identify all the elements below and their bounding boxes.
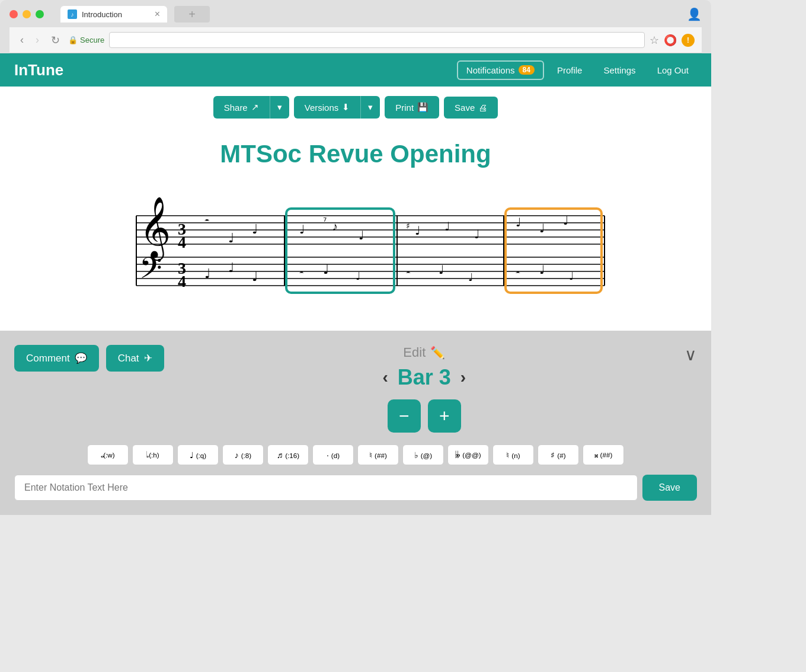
tab-favicon: ♪ xyxy=(68,9,77,19)
notifications-button[interactable]: Notifications 84 xyxy=(457,60,544,80)
close-traffic-light[interactable] xyxy=(9,10,18,18)
browser-profile-icon[interactable]: 👤 xyxy=(687,7,702,21)
forward-button[interactable]: › xyxy=(32,33,43,47)
svg-text:♩: ♩ xyxy=(474,228,479,241)
svg-text:♩: ♩ xyxy=(228,231,234,245)
versions-icon: ⬇ xyxy=(342,102,350,113)
svg-text:𝄼: 𝄼 xyxy=(204,219,210,221)
svg-text:♩: ♩ xyxy=(323,262,329,277)
opera-icon[interactable]: ⭕ xyxy=(664,34,677,47)
chat-label: Chat xyxy=(118,353,139,364)
notation-natural-double[interactable]: ♮ (##) xyxy=(357,444,399,465)
navbar-links: Notifications 84 Profile Settings Log Ou… xyxy=(457,60,697,80)
maximize-traffic-light[interactable] xyxy=(36,10,44,18)
svg-text:♩: ♩ xyxy=(252,222,258,236)
versions-group: Versions ⬇ ▾ xyxy=(294,96,380,119)
profile-button[interactable]: Profile xyxy=(549,60,591,80)
bar-controls: − + xyxy=(388,399,461,433)
svg-text:4: 4 xyxy=(178,272,186,290)
notation-natural[interactable]: ♮ (n) xyxy=(492,444,534,465)
notation-dot[interactable]: · (d) xyxy=(312,444,354,465)
chat-button[interactable]: Chat ✈ xyxy=(106,345,164,372)
save-icon: 🖨 xyxy=(478,103,487,113)
refresh-button[interactable]: ↻ xyxy=(47,33,63,48)
notification-badge-icon[interactable]: ! xyxy=(682,34,695,47)
notation-flat[interactable]: ♭ (@) xyxy=(402,444,444,465)
text-input-row: Save xyxy=(14,475,697,501)
print-icon: 💾 xyxy=(417,102,428,113)
edit-icon: ✏️ xyxy=(430,345,445,360)
svg-text:♩: ♩ xyxy=(563,214,568,227)
notation-whole[interactable]: 𝅝 (:w) xyxy=(87,444,129,465)
collapse-button[interactable]: ∨ xyxy=(685,345,697,364)
browser-tab[interactable]: ♪ Introduction × xyxy=(60,6,167,23)
navbar: InTune Notifications 84 Profile Settings… xyxy=(0,53,711,87)
comment-button[interactable]: Comment 💬 xyxy=(14,345,99,372)
notation-text-input[interactable] xyxy=(14,475,638,501)
svg-text:𝄢: 𝄢 xyxy=(139,252,162,292)
notation-double-sharp[interactable]: 𝄪 (##) xyxy=(583,444,624,465)
bookmark-icon[interactable]: ☆ xyxy=(650,34,659,47)
bar-label: Bar 3 xyxy=(398,365,451,390)
score-title: MTSoc Revue Opening xyxy=(220,140,491,168)
svg-text:♩: ♩ xyxy=(569,270,574,282)
notation-eighth[interactable]: ♪ (:8) xyxy=(222,444,264,465)
score-container[interactable]: 𝄞 𝄢 3 4 3 4 𝄼 ♩ ♩ ♩ ♩ ♩ ♩ xyxy=(89,186,622,307)
notation-row: 𝅝 (:w) 𝅗𝅥 (:h) ♩ (:q) ♪ (:8) ♬ (:16) · (… xyxy=(14,444,697,465)
logout-button[interactable]: Log Out xyxy=(649,60,697,80)
panel-center: Edit ✏️ ‹ Bar 3 › − + xyxy=(164,345,685,433)
svg-text:♩: ♩ xyxy=(516,216,521,229)
svg-text:♯: ♯ xyxy=(406,222,410,231)
svg-text:♩: ♩ xyxy=(439,263,444,276)
svg-text:♩: ♩ xyxy=(539,263,545,276)
notation-save-button[interactable]: Save xyxy=(642,475,697,501)
print-button[interactable]: Print 💾 xyxy=(385,96,439,119)
browser-chrome: ♪ Introduction × + 👤 ‹ › ↻ 🔒 Secure ☆ ⭕ … xyxy=(0,0,711,53)
tab-close-button[interactable]: × xyxy=(155,9,160,19)
secure-badge: 🔒 Secure xyxy=(68,36,104,44)
notation-sharp[interactable]: ♯ (#) xyxy=(538,444,579,465)
notation-double-flat[interactable]: 𝄫 (@@) xyxy=(447,444,489,465)
comment-icon: 💬 xyxy=(75,352,87,364)
minimize-traffic-light[interactable] xyxy=(23,10,31,18)
settings-button[interactable]: Settings xyxy=(595,60,644,80)
notation-quarter[interactable]: ♩ (:q) xyxy=(177,444,219,465)
versions-label: Versions xyxy=(305,103,339,113)
versions-dropdown-button[interactable]: ▾ xyxy=(360,96,380,119)
svg-text:♩: ♩ xyxy=(468,271,473,283)
bar-nav: ‹ Bar 3 › xyxy=(382,365,466,390)
svg-text:♩: ♩ xyxy=(252,269,258,284)
brand-logo: InTune xyxy=(14,61,63,79)
share-button[interactable]: Share ↗ xyxy=(213,96,270,119)
bottom-panel-top: Comment 💬 Chat ✈ Edit ✏️ ‹ Bar 3 › xyxy=(14,345,697,433)
bottom-panel: Comment 💬 Chat ✈ Edit ✏️ ‹ Bar 3 › xyxy=(0,331,711,515)
secure-label: Secure xyxy=(80,36,104,44)
svg-text:♩: ♩ xyxy=(356,270,360,282)
music-staff-svg: 𝄞 𝄢 3 4 3 4 𝄼 ♩ ♩ ♩ ♩ ♩ ♩ xyxy=(89,186,622,305)
notation-half[interactable]: 𝅗𝅥 (:h) xyxy=(132,444,174,465)
save-toolbar-label: Save xyxy=(455,103,475,113)
bar-minus-button[interactable]: − xyxy=(388,399,421,433)
tab-title: Introduction xyxy=(82,10,122,19)
new-tab-button[interactable]: + xyxy=(174,6,210,23)
chat-icon: ✈ xyxy=(144,352,152,364)
svg-text:4: 4 xyxy=(178,233,186,251)
notation-sixteenth[interactable]: ♬ (:16) xyxy=(267,444,309,465)
versions-button[interactable]: Versions ⬇ xyxy=(294,96,361,119)
save-toolbar-button[interactable]: Save 🖨 xyxy=(444,97,498,119)
svg-text:⁷: ⁷ xyxy=(323,216,327,226)
share-dropdown-button[interactable]: ▾ xyxy=(270,96,289,119)
back-button[interactable]: ‹ xyxy=(17,33,27,47)
svg-text:♩: ♩ xyxy=(204,266,210,281)
svg-rect-27 xyxy=(286,209,394,293)
browser-titlebar: ♪ Introduction × + 👤 xyxy=(9,6,702,23)
url-input[interactable] xyxy=(109,32,645,48)
share-label: Share xyxy=(224,103,248,113)
bar-prev-button[interactable]: ‹ xyxy=(382,368,388,387)
notifications-count: 84 xyxy=(519,65,535,75)
bar-plus-button[interactable]: + xyxy=(428,399,461,433)
share-group: Share ↗ ▾ xyxy=(213,96,289,119)
browser-addressbar: ‹ › ↻ 🔒 Secure ☆ ⭕ ! xyxy=(9,27,702,53)
svg-text:♩: ♩ xyxy=(539,222,545,235)
bar-next-button[interactable]: › xyxy=(460,368,466,387)
